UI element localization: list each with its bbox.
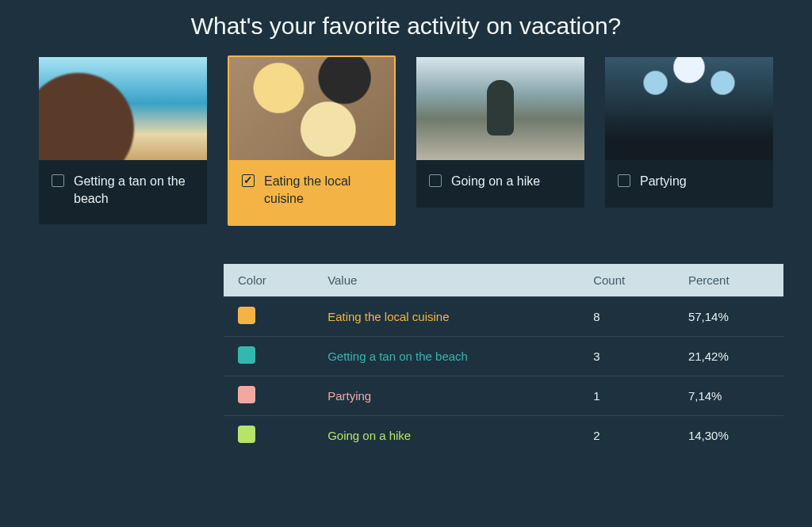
color-swatch — [238, 426, 255, 443]
row-percent: 21,42% — [674, 337, 783, 376]
table-row: Going on a hike214,30% — [224, 416, 783, 456]
row-percent: 7,14% — [674, 376, 783, 416]
option-thumbnail — [605, 57, 773, 160]
table-row: Partying17,14% — [224, 376, 783, 416]
row-value: Partying — [313, 376, 579, 416]
option-label: Going on a hike — [451, 173, 540, 190]
poll-question: What's your favorite activity on vacatio… — [29, 13, 783, 40]
option-thumbnail — [416, 57, 584, 160]
results-table: Color Value Count Percent Eating the loc… — [224, 264, 783, 455]
option-card-hike[interactable]: Going on a hike — [416, 57, 584, 208]
checkbox-icon — [52, 174, 64, 187]
option-label: Partying — [640, 173, 687, 190]
row-value: Getting a tan on the beach — [313, 337, 579, 376]
col-percent: Percent — [674, 264, 783, 297]
col-value: Value — [313, 264, 579, 297]
row-count: 2 — [579, 416, 674, 456]
option-thumbnail — [39, 57, 207, 160]
option-label: Getting a tan on the beach — [74, 173, 194, 207]
row-count: 8 — [579, 297, 674, 337]
table-row: Eating the local cuisine857,14% — [224, 297, 783, 337]
row-percent: 57,14% — [674, 297, 783, 337]
color-swatch — [238, 346, 255, 364]
col-count: Count — [579, 264, 674, 297]
checkbox-icon — [429, 174, 442, 187]
pie-slice — [56, 264, 112, 335]
row-value: Eating the local cuisine — [313, 297, 579, 337]
table-row: Getting a tan on the beach321,42% — [224, 337, 783, 376]
options-row: Getting a tan on the beach Eating the lo… — [29, 57, 783, 226]
row-count: 1 — [579, 376, 674, 416]
option-card-party[interactable]: Partying — [605, 57, 773, 208]
pie-chart — [29, 264, 195, 407]
results-section: Color Value Count Percent Eating the loc… — [29, 264, 783, 455]
option-label: Eating the local cuisine — [264, 173, 381, 207]
checkbox-icon — [618, 174, 630, 187]
color-swatch — [238, 386, 255, 403]
col-color: Color — [224, 264, 313, 297]
option-card-food[interactable]: Eating the local cuisine — [228, 55, 396, 226]
row-value: Going on a hike — [313, 416, 579, 456]
checkbox-checked-icon — [242, 174, 255, 187]
option-card-beach[interactable]: Getting a tan on the beach — [39, 57, 207, 224]
row-percent: 14,30% — [674, 416, 783, 456]
option-thumbnail — [229, 57, 394, 160]
row-count: 3 — [579, 337, 674, 376]
color-swatch — [238, 307, 255, 324]
